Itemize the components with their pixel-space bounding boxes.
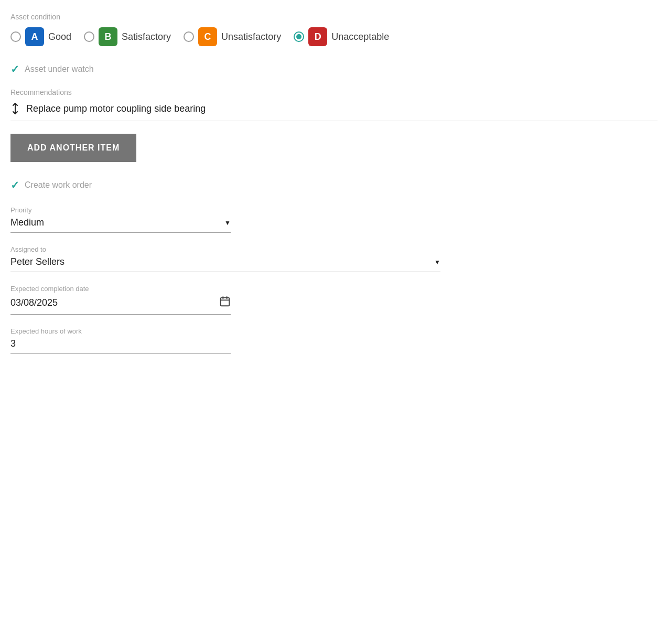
badge-d: D <box>308 27 327 46</box>
assigned-to-label: Assigned to <box>10 245 658 253</box>
asset-under-watch-checkmark: ✓ <box>10 63 19 76</box>
radio-unacceptable[interactable] <box>294 31 304 42</box>
assigned-to-field: Assigned to Peter Sellers ▼ <box>10 245 658 272</box>
recommendations-label: Recommendations <box>10 88 658 96</box>
priority-dropdown[interactable]: Medium ▼ <box>10 217 231 233</box>
radio-satisfactory[interactable] <box>84 31 94 42</box>
label-unacceptable: Unacceptable <box>331 31 389 42</box>
label-satisfactory: Satisfactory <box>122 31 171 42</box>
create-work-order-label: Create work order <box>25 180 92 190</box>
condition-option-unacceptable[interactable]: D Unacceptable <box>294 27 389 46</box>
radio-unsatisfactory[interactable] <box>184 31 194 42</box>
condition-option-satisfactory[interactable]: B Satisfactory <box>84 27 171 46</box>
sort-icon <box>10 103 20 114</box>
hours-of-work-field: Expected hours of work 3 <box>10 327 658 354</box>
calendar-icon <box>219 296 231 310</box>
badge-b: B <box>99 27 117 46</box>
asset-under-watch-row[interactable]: ✓ Asset under watch <box>10 63 658 76</box>
condition-option-good[interactable]: A Good <box>10 27 71 46</box>
asset-condition-label: Asset condition <box>10 13 658 21</box>
radio-good[interactable] <box>10 31 21 42</box>
condition-option-unsatisfactory[interactable]: C Unsatisfactory <box>184 27 281 46</box>
asset-under-watch-label: Asset under watch <box>25 65 94 74</box>
recommendation-text: Replace pump motor coupling side bearing <box>26 103 206 114</box>
priority-label: Priority <box>10 206 658 214</box>
condition-options-row: A Good B Satisfactory C Unsatisfactory D… <box>10 27 658 46</box>
svg-rect-0 <box>221 298 230 306</box>
assigned-to-value: Peter Sellers <box>10 256 64 267</box>
badge-a: A <box>25 27 44 46</box>
completion-date-value: 03/08/2025 <box>10 297 58 308</box>
priority-dropdown-arrow: ▼ <box>224 219 231 227</box>
assigned-to-dropdown-arrow: ▼ <box>434 259 440 266</box>
assigned-to-dropdown[interactable]: Peter Sellers ▼ <box>10 256 440 272</box>
recommendation-item: Replace pump motor coupling side bearing <box>10 103 658 121</box>
asset-condition-section: Asset condition A Good B Satisfactory C … <box>10 13 658 46</box>
create-work-order-checkmark: ✓ <box>10 179 19 191</box>
recommendations-section: Recommendations Replace pump motor coupl… <box>10 88 658 121</box>
completion-date-label: Expected completion date <box>10 285 658 293</box>
label-unsatisfactory: Unsatisfactory <box>221 31 281 42</box>
add-another-item-button[interactable]: ADD ANOTHER ITEM <box>10 134 136 162</box>
completion-date-field: Expected completion date 03/08/2025 <box>10 285 658 315</box>
completion-date-input[interactable]: 03/08/2025 <box>10 296 231 315</box>
hours-of-work-label: Expected hours of work <box>10 327 658 335</box>
badge-c: C <box>198 27 217 46</box>
create-work-order-row[interactable]: ✓ Create work order <box>10 179 658 191</box>
priority-field: Priority Medium ▼ <box>10 206 658 233</box>
label-good: Good <box>48 31 71 42</box>
hours-of-work-value[interactable]: 3 <box>10 338 231 354</box>
priority-value: Medium <box>10 217 44 228</box>
